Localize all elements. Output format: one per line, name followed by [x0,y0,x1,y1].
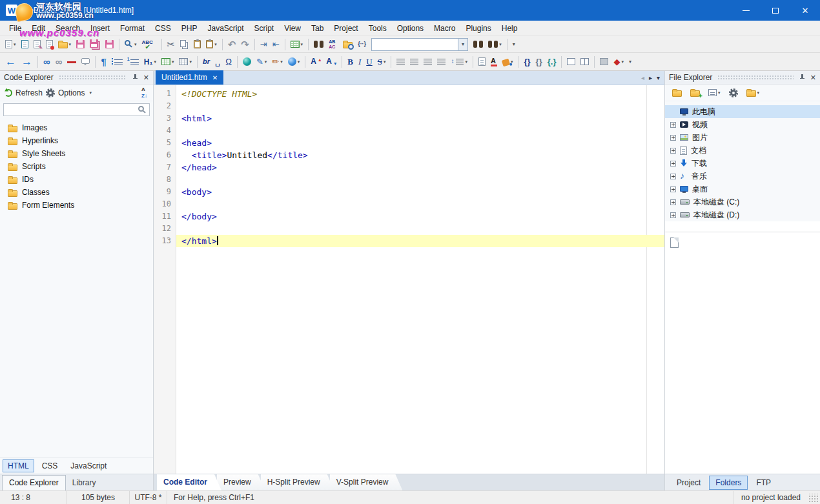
code-line-1[interactable]: 1<!DOCTYPE HTML> [154,88,664,100]
line-spacing-button[interactable]: ▾ [449,55,469,69]
menu-tools[interactable]: Tools [364,22,392,35]
spell-check-button[interactable] [140,37,158,52]
menu-format[interactable]: Format [115,22,150,35]
code-line-7[interactable]: 7</head> [154,161,664,174]
panel-tab-library[interactable]: Library [66,476,103,490]
explorer-settings-button[interactable] [727,86,740,100]
code-line-8[interactable]: 8 [154,174,664,186]
tree-item-images[interactable]: Images [0,121,153,134]
code-line-4[interactable]: 4 [154,125,664,137]
page-properties-button[interactable] [477,55,487,69]
code-line-6[interactable]: 6 <title>Untitled</title> [154,149,664,161]
code-line-3[interactable]: 3<html> [154,112,664,125]
open-file-button[interactable] [19,37,30,52]
menu-edit[interactable]: Edit [26,22,50,35]
redo-button[interactable]: ↷ [239,37,251,52]
tab-scroll-right-button[interactable]: ▸ [649,74,652,81]
align-center-button[interactable] [408,55,420,69]
menu-macro[interactable]: Macro [429,22,460,35]
tree-item-桌面[interactable]: 桌面 [665,183,820,196]
close-button[interactable]: ✕ [790,0,820,21]
combo-dropdown-icon[interactable]: ▾ [458,39,467,50]
underline-button[interactable]: U [364,55,374,69]
expand-icon[interactable] [670,212,676,218]
menu-javascript[interactable]: JavaScript [202,22,249,35]
italic-button[interactable]: I [356,55,363,69]
panel-tab-ftp[interactable]: FTP [750,476,777,490]
table-properties-button[interactable]: ▾ [177,55,194,69]
tree-item-视频[interactable]: 视频 [665,118,820,131]
folder-list-button[interactable]: ▾ [744,86,762,100]
horizontal-rule-button[interactable] [65,55,78,69]
menu-file[interactable]: File [4,22,26,35]
strikethrough-button[interactable]: S▾ [376,55,388,69]
save-button[interactable] [74,37,87,52]
tab-scroll-left-button[interactable]: ◂ [641,74,644,81]
nbsp-button[interactable]: ␣ [213,55,222,69]
numbered-list-button[interactable] [126,55,141,69]
toolbar-options-button[interactable]: ▾ [511,37,517,52]
bold-button[interactable]: B [345,55,355,69]
style-block-button[interactable]: {} [534,55,544,69]
format-painter-button[interactable]: ✏▾ [270,55,284,69]
sort-az-button[interactable] [141,88,149,97]
align-right-button[interactable] [422,55,434,69]
paste-special-button[interactable]: ▾ [204,37,219,52]
code-snippet-button[interactable]: {··} [356,37,368,52]
view-tab-v-split-preview[interactable]: V-Split Preview [330,474,403,490]
tab-list-button[interactable]: ▾ [657,74,660,81]
search-term-combo[interactable]: ▾ [371,38,468,51]
menu-help[interactable]: Help [497,22,523,35]
panel-tab-project[interactable]: Project [670,476,707,490]
tree-item-本地磁盘-d[interactable]: 本地磁盘 (D:) [665,208,820,221]
replace-in-files-button[interactable] [327,37,340,52]
anchor-button[interactable]: ∞ [54,55,65,69]
search-button[interactable]: ▾ [123,37,139,52]
hyperlink-button[interactable]: ∞ [41,55,52,69]
print-button[interactable] [44,37,55,52]
file-icon[interactable] [670,237,679,248]
menu-php[interactable]: PHP [176,22,203,35]
copy-button[interactable] [178,37,190,52]
tree-item-音乐[interactable]: 音乐 [665,170,820,183]
panel-tab-code-explorer[interactable]: Code Explorer [2,475,66,490]
code-line-11[interactable]: 11</body> [154,210,664,223]
view-tab-preview[interactable]: Preview [217,474,265,490]
php-block-button[interactable]: {.} [546,55,559,69]
align-left-button[interactable] [395,55,407,69]
tree-item-hyperlinks[interactable]: Hyperlinks [0,134,153,147]
code-line-12[interactable]: 12 [154,223,664,235]
script-block-button[interactable]: {} [522,55,532,69]
view-tab-code-editor[interactable]: Code Editor [157,474,221,490]
menu-options[interactable]: Options [392,22,429,35]
new-folder-button[interactable] [688,86,702,100]
tag-library-button[interactable]: ◆▾ [611,55,626,69]
code-editor[interactable]: 1<!DOCTYPE HTML>23<html>45<head>6 <title… [154,85,664,474]
outdent-button[interactable]: ⇤ [271,37,282,52]
comment-button[interactable] [79,55,92,69]
tree-item-此电脑[interactable]: 此电脑 [665,105,820,118]
indent-button[interactable]: ⇥ [258,37,269,52]
search-results-button[interactable] [341,37,354,52]
tree-item-classes[interactable]: Classes [0,186,153,199]
expand-icon[interactable] [670,135,676,141]
minimize-button[interactable] [731,0,761,21]
tree-item-本地磁盘-c[interactable]: 本地磁盘 (C:) [665,196,820,208]
pin-icon[interactable] [799,74,806,81]
menu-project[interactable]: Project [329,22,363,35]
menu-css[interactable]: CSS [150,22,176,35]
frameset-button[interactable] [565,55,577,69]
paragraph-button[interactable]: ¶ [99,55,108,69]
menu-plugins[interactable]: Plugins [460,22,496,35]
search-term-combo-input[interactable] [372,39,458,50]
open-folder-button[interactable]: ▾ [56,37,74,52]
font-color-button[interactable] [489,55,499,69]
panel-tab-folders[interactable]: Folders [709,476,748,490]
paste-button[interactable] [192,37,203,52]
increase-font-button[interactable] [309,55,323,69]
file-explorer-close-icon[interactable]: ✕ [810,74,816,82]
justify-button[interactable] [435,55,447,69]
maximize-button[interactable] [761,0,790,21]
save-all-button[interactable] [88,37,102,52]
code-line-2[interactable]: 2 [154,100,664,112]
